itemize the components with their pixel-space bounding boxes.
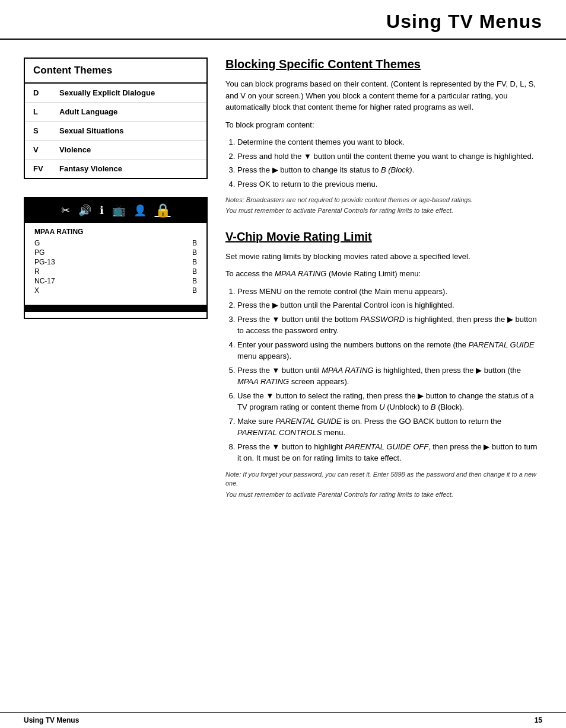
vchip-intro: Set movie rating limits by blocking movi… — [225, 251, 542, 263]
page-title: Using TV Menus — [386, 11, 542, 33]
theme-name-v: Violence — [59, 145, 91, 154]
theme-code-fv: FV — [33, 164, 51, 173]
theme-row-l: L Adult Language — [25, 103, 206, 122]
tv-bottom-bar — [25, 305, 206, 312]
blocking-step-2: Press and hold the ▼ button until the co… — [237, 151, 542, 162]
left-column: Content Themes D Sexually Explicit Dialo… — [24, 58, 208, 513]
page-header: Using TV Menus — [0, 0, 566, 40]
page-footer: Using TV Menus 15 — [0, 712, 566, 728]
rating-status-x: B — [192, 286, 197, 295]
content-themes-table: Content Themes D Sexually Explicit Dialo… — [24, 58, 208, 179]
tv-menu-content: MPAA RATING G B PG B PG-13 B R B — [25, 223, 206, 300]
volume-icon: 🔊 — [78, 204, 91, 217]
rating-label-nc17: NC-17 — [34, 277, 55, 285]
theme-name-s: Sexual Situations — [59, 126, 123, 135]
vchip-note-1: Note: If you forget your password, you c… — [225, 470, 542, 488]
blocking-note-1: Notes: Broadcasters are not required to … — [225, 196, 542, 205]
rating-label-pg13: PG-13 — [34, 258, 55, 266]
blocking-section-heading: Blocking Specific Content Themes — [225, 58, 542, 71]
vchip-step-3: Press the ▼ button until the bottom PASS… — [237, 314, 542, 337]
vchip-step-2: Press the ▶ button until the Parental Co… — [237, 299, 542, 311]
vchip-step-7: Make sure PARENTAL GUIDE is on. Press th… — [237, 416, 542, 439]
theme-name-l: Adult Language — [59, 107, 117, 116]
tv-menu-icons-bar: ✂ 🔊 ℹ 📺 👤 🔒 — [25, 198, 206, 223]
lock-icon: 🔒 — [155, 203, 171, 218]
blocking-intro: You can block programs based on their co… — [225, 78, 542, 113]
vchip-step-8: Press the ▼ button to highlight PARENTAL… — [237, 441, 542, 464]
rating-status-g: B — [192, 239, 197, 247]
blocking-note-2: You must remember to activate Parental C… — [225, 206, 542, 215]
rating-status-pg13: B — [192, 258, 197, 266]
to-block-label: To block program content: — [225, 119, 542, 131]
vchip-step-5: Press the ▼ button until MPAA RATING is … — [237, 365, 542, 388]
vchip-section: V-Chip Movie Rating Limit Set movie rati… — [225, 230, 542, 499]
vchip-to-access-label: To access the MPAA RATING (Movie Rating … — [225, 268, 542, 280]
theme-name-d: Sexually Explicit Dialogue — [59, 88, 155, 97]
theme-row-s: S Sexual Situations — [25, 122, 206, 141]
theme-code-s: S — [33, 126, 51, 135]
main-content: Content Themes D Sexually Explicit Dialo… — [0, 40, 566, 531]
tv-icon: 📺 — [112, 204, 125, 217]
vchip-section-heading: V-Chip Movie Rating Limit — [225, 230, 542, 244]
theme-row-fv: FV Fantasy Violence — [25, 159, 206, 178]
right-column: Blocking Specific Content Themes You can… — [225, 58, 542, 513]
theme-code-v: V — [33, 145, 51, 154]
footer-right: 15 — [535, 716, 542, 724]
rating-status-nc17: B — [192, 277, 197, 285]
theme-name-fv: Fantasy Violence — [59, 164, 122, 173]
theme-row-d: D Sexually Explicit Dialogue — [25, 84, 206, 103]
rating-row-pg13: PG-13 B — [34, 257, 197, 267]
vchip-step-1: Press MENU on the remote control (the Ma… — [237, 286, 542, 298]
footer-left: Using TV Menus — [24, 716, 79, 724]
rating-row-nc17: NC-17 B — [34, 276, 197, 286]
rating-label-r: R — [34, 267, 40, 276]
blocking-step-1: Determine the content themes you want to… — [237, 136, 542, 148]
tv-menu-screenshot: ✂ 🔊 ℹ 📺 👤 🔒 MPAA RATING G B PG B PG-13 — [24, 197, 208, 319]
theme-code-l: L — [33, 107, 51, 116]
blocking-step-3: Press the ▶ button to change its status … — [237, 164, 542, 176]
scissors-icon: ✂ — [61, 204, 70, 217]
theme-row-v: V Violence — [25, 141, 206, 159]
rating-row-x: X B — [34, 286, 197, 295]
blocking-steps-list: Determine the content themes you want to… — [237, 136, 542, 190]
rating-label-x: X — [34, 286, 39, 295]
vchip-note-2: You must remember to activate Parental C… — [225, 490, 542, 499]
rating-row-g: G B — [34, 238, 197, 248]
vchip-step-6: Use the ▼ button to select the rating, t… — [237, 390, 542, 413]
rating-label-pg: PG — [34, 248, 44, 257]
vchip-step-4: Enter your password using the numbers bu… — [237, 339, 542, 362]
rating-row-r: R B — [34, 267, 197, 276]
theme-code-d: D — [33, 88, 51, 97]
blocking-section: Blocking Specific Content Themes You can… — [225, 58, 542, 216]
rating-status-pg: B — [192, 248, 197, 257]
rating-status-r: B — [192, 267, 197, 276]
rating-row-pg: PG B — [34, 248, 197, 257]
rating-label-g: G — [34, 239, 40, 247]
tv-menu-title: MPAA RATING — [34, 228, 197, 236]
blocking-step-4: Press OK to return to the previous menu. — [237, 178, 542, 190]
vchip-steps-list: Press MENU on the remote control (the Ma… — [237, 286, 542, 464]
info-icon: ℹ — [100, 204, 104, 217]
content-themes-heading: Content Themes — [25, 59, 206, 84]
person-icon: 👤 — [133, 204, 147, 217]
